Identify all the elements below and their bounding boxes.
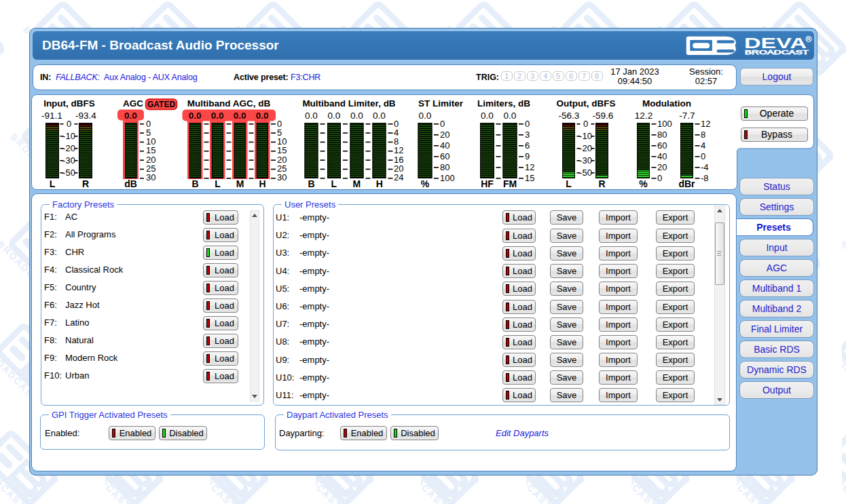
- svg-text:12: 12: [701, 119, 710, 129]
- svg-text:0.0: 0.0: [124, 111, 137, 121]
- svg-text:H: H: [376, 178, 383, 189]
- svg-text:12.2: 12.2: [635, 111, 652, 121]
- svg-text:0.0: 0.0: [189, 111, 202, 121]
- svg-text:FM: FM: [503, 178, 517, 189]
- svg-text:0.0: 0.0: [373, 111, 386, 121]
- svg-text:-20: -20: [62, 143, 75, 153]
- svg-text:GATED: GATED: [147, 100, 175, 109]
- svg-text:L: L: [50, 178, 56, 189]
- svg-text:M: M: [352, 178, 361, 189]
- svg-text:60: 60: [440, 151, 449, 161]
- svg-text:L: L: [215, 178, 221, 189]
- svg-text:3: 3: [525, 130, 530, 140]
- svg-text:H: H: [259, 178, 265, 189]
- svg-text:R: R: [807, 37, 810, 41]
- svg-text:9: 9: [525, 151, 530, 161]
- svg-text:100: 100: [657, 119, 672, 129]
- svg-text:20: 20: [657, 162, 667, 172]
- svg-text:-10: -10: [62, 131, 75, 141]
- svg-text:BROADCAST: BROADCAST: [745, 49, 809, 56]
- svg-text:15: 15: [525, 173, 534, 183]
- svg-text:R: R: [598, 178, 605, 189]
- svg-text:%: %: [421, 178, 430, 189]
- svg-text:0: 0: [67, 119, 71, 129]
- svg-text:Modulation: Modulation: [642, 98, 691, 109]
- svg-text:ST Limiter: ST Limiter: [418, 98, 464, 109]
- svg-text:-30: -30: [579, 155, 592, 166]
- svg-text:40: 40: [440, 140, 449, 151]
- svg-text:8: 8: [701, 130, 705, 140]
- svg-text:12: 12: [525, 162, 534, 172]
- svg-text:100: 100: [440, 173, 455, 183]
- svg-text:0.0: 0.0: [481, 111, 494, 121]
- svg-text:-30: -30: [62, 155, 75, 166]
- svg-text:0.0: 0.0: [328, 111, 341, 121]
- svg-text:Output, dBFS: Output, dBFS: [557, 98, 616, 109]
- svg-text:0: 0: [701, 151, 705, 161]
- svg-text:dBr: dBr: [678, 178, 695, 189]
- svg-text:24: 24: [394, 172, 403, 182]
- svg-text:AGC: AGC: [123, 98, 143, 109]
- svg-text:0: 0: [657, 173, 662, 183]
- svg-text:0.0: 0.0: [256, 111, 269, 121]
- svg-text:L: L: [331, 178, 337, 189]
- svg-text:-7.7: -7.7: [679, 111, 695, 121]
- svg-text:0.0: 0.0: [504, 111, 517, 121]
- svg-text:-59.6: -59.6: [593, 111, 614, 121]
- svg-text:Limiters, dB: Limiters, dB: [477, 98, 530, 109]
- svg-text:0.0: 0.0: [305, 111, 318, 121]
- svg-text:0: 0: [440, 119, 445, 129]
- svg-text:4: 4: [701, 140, 705, 151]
- svg-text:Input, dBFS: Input, dBFS: [43, 98, 95, 109]
- svg-text:0: 0: [525, 119, 530, 129]
- svg-text:-4: -4: [701, 162, 709, 172]
- svg-text:40: 40: [657, 151, 667, 161]
- svg-text:L: L: [566, 178, 572, 189]
- svg-text:80: 80: [440, 162, 449, 172]
- svg-text:0.0: 0.0: [234, 111, 246, 121]
- svg-text:B: B: [308, 178, 314, 189]
- svg-text:dB: dB: [124, 178, 137, 189]
- svg-text:6: 6: [525, 140, 530, 151]
- svg-text:HF: HF: [481, 178, 494, 189]
- svg-text:-50: -50: [62, 168, 75, 178]
- svg-text:20: 20: [440, 130, 449, 140]
- svg-text:0.0: 0.0: [211, 111, 224, 121]
- svg-text:-20: -20: [579, 143, 592, 153]
- svg-text:-8: -8: [701, 173, 709, 183]
- svg-text:30: 30: [277, 172, 287, 182]
- svg-text:-91.1: -91.1: [41, 111, 62, 121]
- svg-text:30: 30: [146, 172, 155, 182]
- svg-text:60: 60: [657, 140, 667, 151]
- svg-text:B: B: [191, 178, 198, 189]
- svg-text:M: M: [236, 178, 244, 189]
- svg-text:Multiband Limiter, dB: Multiband Limiter, dB: [302, 98, 395, 109]
- svg-text:%: %: [639, 178, 648, 189]
- svg-text:80: 80: [657, 130, 667, 140]
- svg-text:0.0: 0.0: [419, 111, 432, 121]
- svg-text:-50: -50: [579, 168, 592, 178]
- svg-text:R: R: [82, 178, 89, 189]
- svg-text:-56.3: -56.3: [559, 111, 580, 121]
- svg-text:0.0: 0.0: [350, 111, 363, 121]
- svg-text:-10: -10: [579, 131, 592, 141]
- svg-text:-93.4: -93.4: [75, 111, 96, 121]
- svg-text:0: 0: [583, 119, 588, 129]
- svg-text:Multiband AGC, dB: Multiband AGC, dB: [187, 98, 271, 109]
